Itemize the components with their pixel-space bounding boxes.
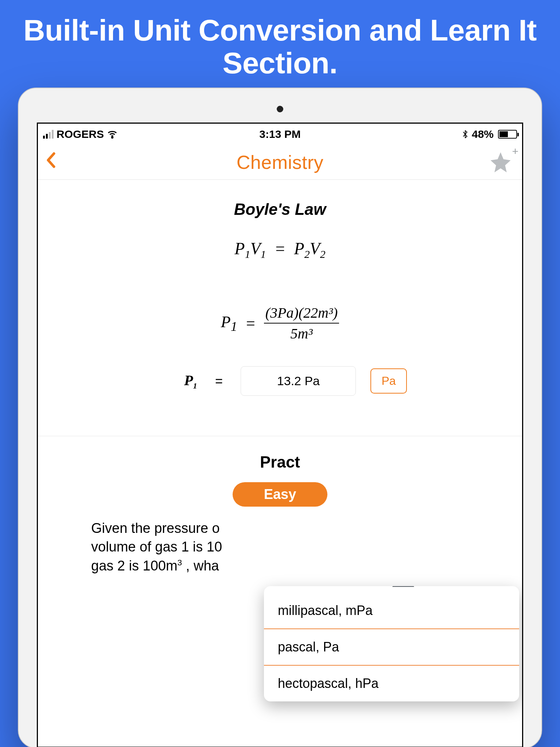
- fraction-denominator: 5m³: [291, 324, 313, 342]
- tablet-camera: [277, 106, 283, 112]
- section-divider: [38, 436, 522, 436]
- unit-dropdown: millipascal, mPa pascal, Pa hectopascal,…: [264, 586, 519, 701]
- back-button[interactable]: [46, 152, 56, 172]
- favorite-button[interactable]: +: [489, 150, 513, 174]
- popup-arrow-icon: [392, 586, 414, 587]
- lesson-title: Boyle's Law: [88, 200, 472, 218]
- promo-headline: Built-in Unit Conversion and Learn It Se…: [0, 14, 560, 80]
- battery-icon: [498, 130, 517, 139]
- formula-general: P1V1 = P2V2: [88, 239, 472, 260]
- lesson-content: Boyle's Law P1V1 = P2V2 P1 = (3Pa)(22m³)…: [38, 180, 522, 575]
- difficulty-pill[interactable]: Easy: [233, 482, 327, 507]
- tablet-frame: ROGERS 3:13 PM 48%: [18, 88, 542, 747]
- page-title: Chemistry: [237, 151, 324, 173]
- unit-option-pa[interactable]: pascal, Pa: [264, 629, 519, 666]
- result-variable: P1: [153, 372, 197, 391]
- equals-sign: =: [211, 374, 226, 389]
- unit-option-hpa[interactable]: hectopascal, hPa: [264, 666, 519, 701]
- fraction-numerator: (3Pa)(22m³): [264, 304, 339, 324]
- formula-worked: P1 = (3Pa)(22m³) 5m³: [88, 304, 472, 342]
- nav-bar: Chemistry +: [38, 145, 522, 180]
- app-screen: ROGERS 3:13 PM 48%: [37, 123, 523, 747]
- result-value: 13.2 Pa: [241, 366, 356, 396]
- status-bar: ROGERS 3:13 PM 48%: [38, 124, 522, 145]
- practice-question: Given the pressure o volume of gas 1 is …: [88, 519, 472, 575]
- unit-option-mpa[interactable]: millipascal, mPa: [264, 593, 519, 629]
- unit-select-button[interactable]: Pa: [370, 368, 407, 394]
- plus-icon: +: [512, 145, 518, 158]
- clock: 3:13 PM: [38, 128, 522, 140]
- practice-heading: Pract: [88, 453, 472, 471]
- result-row: P1 = 13.2 Pa Pa: [88, 366, 472, 396]
